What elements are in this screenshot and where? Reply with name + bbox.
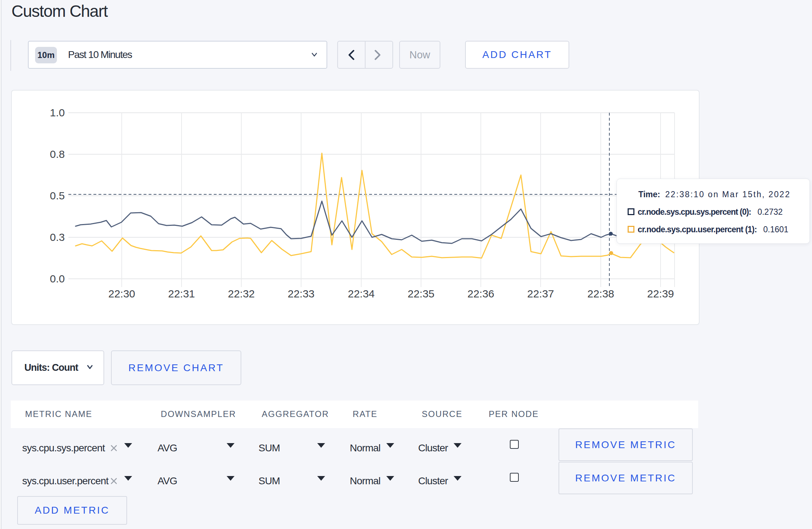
svg-text:22:36: 22:36 [467,288,494,300]
svg-text:22:39: 22:39 [647,288,674,300]
svg-text:22:31: 22:31 [168,288,195,300]
svg-text:22:32: 22:32 [228,288,255,300]
svg-text:22:33: 22:33 [287,288,314,300]
svg-text:22:34: 22:34 [348,288,374,300]
svg-text:22:37: 22:37 [527,288,554,300]
svg-text:22:38: 22:38 [587,288,614,300]
svg-text:0.0: 0.0 [50,273,65,285]
svg-text:22:30: 22:30 [108,288,135,300]
svg-text:0.8: 0.8 [50,148,65,160]
svg-text:0.5: 0.5 [50,190,65,202]
svg-text:22:35: 22:35 [407,288,434,300]
svg-text:1.0: 1.0 [50,107,65,118]
svg-text:0.3: 0.3 [50,231,65,243]
